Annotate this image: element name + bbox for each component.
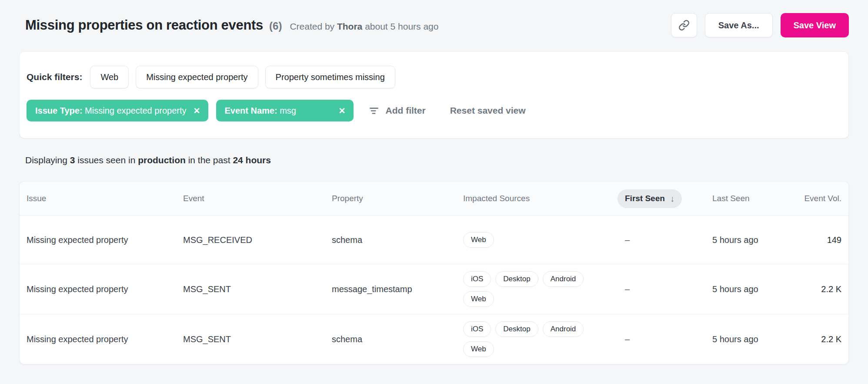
cell-event-vol: 2.2 K [798, 334, 841, 344]
filter-tag-issue-type[interactable]: Issue Type: Missing expected property ✕ [27, 100, 208, 121]
save-as-button[interactable]: Save As... [705, 13, 773, 37]
cell-first-seen: – [625, 334, 712, 344]
issues-table: Issue Event Property Impacted Sources Fi… [19, 181, 849, 364]
summary-text: issues seen in [75, 155, 138, 165]
view-count: (6) [269, 20, 282, 32]
column-header-last-seen: Last Seen [712, 194, 798, 203]
cell-last-seen: 5 hours ago [712, 235, 798, 245]
cell-event: MSG_RECEIVED [183, 235, 332, 245]
add-filter-label: Add filter [386, 105, 426, 116]
cell-issue: Missing expected property [27, 284, 183, 294]
source-badge: Android [543, 321, 584, 337]
save-view-button[interactable]: Save View [781, 13, 849, 37]
cell-property: schema [332, 235, 463, 245]
column-header-issue: Issue [27, 194, 183, 203]
table-row[interactable]: Missing expected property MSG_SENT messa… [20, 264, 848, 314]
author-name: Thora [337, 21, 362, 31]
reset-saved-view-button[interactable]: Reset saved view [450, 105, 526, 116]
filter-tag-text: Issue Type: Missing expected property [35, 106, 187, 116]
column-header-impacted-sources: Impacted Sources [463, 194, 625, 203]
cell-last-seen: 5 hours ago [712, 334, 798, 344]
source-badge: Desktop [495, 321, 538, 337]
summary-text: Displaying [25, 155, 70, 165]
add-filter-button[interactable]: Add filter [368, 105, 426, 116]
cell-impacted-sources: iOS Desktop Android Web [463, 314, 589, 364]
cell-last-seen: 5 hours ago [712, 284, 798, 294]
filter-tag-text: Event Name: msg [225, 106, 297, 116]
summary-text: in the past [186, 155, 233, 165]
created-by: Created by Thora about 5 hours ago [290, 21, 438, 32]
table-header-row: Issue Event Property Impacted Sources Fi… [20, 182, 848, 216]
created-time: about 5 hours ago [362, 21, 438, 31]
link-icon [678, 20, 690, 31]
cell-property: message_timestamp [332, 284, 463, 294]
cell-issue: Missing expected property [27, 334, 183, 344]
cell-event: MSG_SENT [183, 284, 332, 294]
time-range: 24 hours [233, 155, 271, 165]
table-row[interactable]: Missing expected property MSG_SENT schem… [20, 314, 848, 364]
sort-desc-arrow-icon: ↓ [670, 194, 674, 204]
issue-count: 3 [70, 155, 75, 165]
source-badge: iOS [463, 271, 491, 287]
filter-tag-label: Issue Type: [35, 106, 83, 115]
filter-tag-value: Missing expected property [83, 106, 187, 115]
results-summary: Displaying 3 issues seen in production i… [25, 155, 849, 165]
close-icon[interactable]: ✕ [339, 107, 346, 115]
cell-event-vol: 149 [798, 235, 841, 245]
cell-impacted-sources: iOS Desktop Android Web [463, 264, 589, 314]
column-header-property: Property [332, 194, 463, 203]
sort-control-first-seen[interactable]: First Seen ↓ [618, 189, 682, 208]
quick-filter-property-sometimes-missing[interactable]: Property sometimes missing [265, 66, 395, 88]
quick-filter-web[interactable]: Web [90, 66, 129, 88]
topbar: Missing properties on reaction events (6… [0, 0, 868, 37]
sort-column-label: First Seen [625, 194, 665, 203]
filter-tag-value: msg [277, 106, 296, 115]
copy-link-button[interactable] [671, 13, 697, 37]
cell-impacted-sources: Web [463, 225, 589, 255]
filter-tag-label: Event Name: [225, 106, 277, 115]
active-filters-row: Issue Type: Missing expected property ✕ … [27, 100, 841, 121]
quick-filters-row: Quick filters: Web Missing expected prop… [27, 66, 841, 88]
source-badge: Web [463, 341, 494, 357]
cell-issue: Missing expected property [27, 235, 183, 245]
close-icon[interactable]: ✕ [194, 107, 200, 115]
environment-name: production [138, 155, 186, 165]
column-header-event: Event [183, 194, 332, 203]
column-header-event-vol: Event Vol. [798, 194, 841, 203]
column-header-first-seen: First Seen ↓ [625, 189, 712, 208]
page-title: Missing properties on reaction events [25, 17, 263, 33]
source-badge: Web [463, 232, 494, 248]
source-badge: Desktop [495, 271, 538, 287]
cell-first-seen: – [625, 235, 712, 245]
filter-icon [368, 105, 380, 116]
cell-event-vol: 2.2 K [798, 284, 841, 294]
quick-filter-missing-expected-property[interactable]: Missing expected property [136, 66, 258, 88]
source-badge: Android [543, 271, 584, 287]
title-wrap: Missing properties on reaction events (6… [25, 17, 438, 33]
cell-property: schema [332, 334, 463, 344]
created-by-prefix: Created by [290, 21, 337, 31]
quick-filters-label: Quick filters: [27, 72, 82, 82]
filter-card: Quick filters: Web Missing expected prop… [19, 51, 849, 138]
table-row[interactable]: Missing expected property MSG_RECEIVED s… [20, 216, 848, 264]
source-badge: Web [463, 291, 494, 307]
cell-first-seen: – [625, 284, 712, 294]
cell-event: MSG_SENT [183, 334, 332, 344]
source-badge: iOS [463, 321, 491, 337]
header-actions: Save As... Save View [671, 13, 849, 37]
filter-tag-event-name[interactable]: Event Name: msg ✕ [216, 100, 354, 121]
